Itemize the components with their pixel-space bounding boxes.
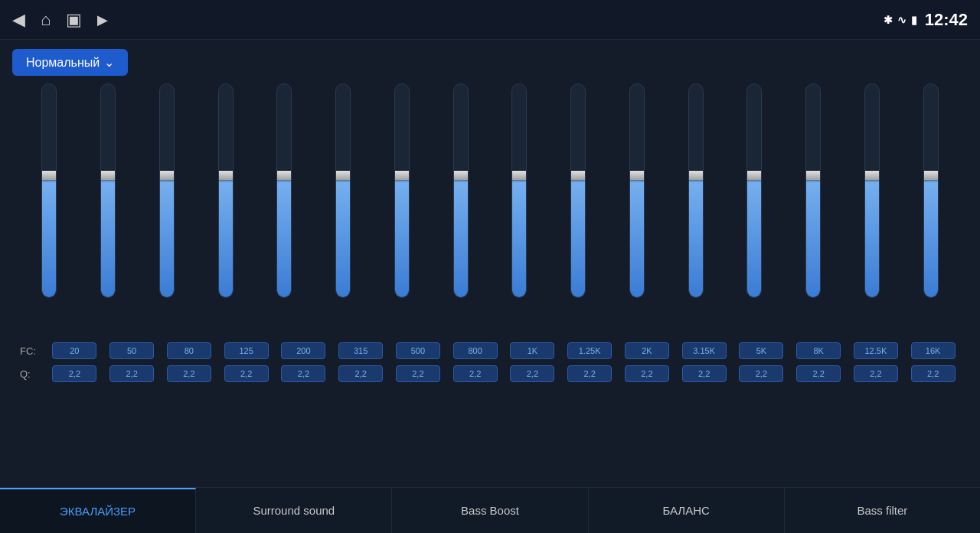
q-btn-1[interactable]: 2,2 [109, 365, 154, 382]
bluetooth-icon: ✱ [884, 14, 893, 26]
q-btn-15[interactable]: 2,2 [911, 365, 956, 382]
slider-fill-10 [630, 174, 644, 297]
slider-track-1[interactable] [100, 83, 116, 298]
slider-track-4[interactable] [276, 83, 292, 298]
preset-label: Нормальный [26, 56, 100, 70]
q-btn-13[interactable]: 2,2 [796, 365, 841, 382]
fc-btn-11[interactable]: 3.15K [682, 342, 727, 359]
slider-track-8[interactable] [511, 83, 527, 298]
tab-bass-boost[interactable]: Bass Boost [392, 488, 588, 533]
slider-thumb-6[interactable] [394, 171, 410, 180]
slider-thumb-12[interactable] [746, 171, 762, 180]
slider-track-7[interactable] [453, 83, 469, 298]
slider-fill-6 [395, 174, 409, 297]
tab-equalizer[interactable]: ЭКВАЛАЙЗЕР [0, 488, 196, 533]
fc-btn-6[interactable]: 500 [396, 342, 440, 359]
fc-btn-5[interactable]: 315 [338, 342, 383, 359]
tab-balance[interactable]: БАЛАНС [589, 488, 785, 533]
fc-btn-2[interactable]: 80 [167, 342, 211, 359]
slider-track-2[interactable] [159, 83, 175, 298]
slider-fill-8 [512, 174, 526, 297]
slider-track-15[interactable] [923, 83, 939, 298]
slider-thumb-1[interactable] [100, 171, 116, 180]
preset-button[interactable]: Нормальный ⌄ [12, 49, 128, 76]
fc-btn-4[interactable]: 200 [281, 342, 325, 359]
slider-thumb-11[interactable] [688, 171, 704, 180]
fc-btn-9[interactable]: 1.25K [567, 342, 612, 359]
slider-thumb-0[interactable] [41, 171, 57, 180]
slider-thumb-13[interactable] [805, 171, 821, 180]
slider-thumb-7[interactable] [453, 171, 469, 180]
fc-btn-8[interactable]: 1K [510, 342, 554, 359]
slider-thumb-3[interactable] [218, 171, 234, 180]
q-btn-5[interactable]: 2,2 [338, 365, 383, 382]
slider-wrapper-12 [746, 83, 762, 336]
slider-track-11[interactable] [688, 83, 704, 298]
slider-track-14[interactable] [864, 83, 880, 298]
q-btn-4[interactable]: 2,2 [281, 365, 325, 382]
slider-track-13[interactable] [805, 83, 821, 298]
slider-thumb-14[interactable] [864, 171, 880, 180]
slider-track-9[interactable] [570, 83, 586, 298]
slider-fill-15 [924, 174, 938, 297]
fc-btn-15[interactable]: 16K [911, 342, 956, 359]
back-icon[interactable]: ◀ [12, 10, 25, 30]
tab-surround[interactable]: Surround sound [196, 488, 392, 533]
fc-btn-7[interactable]: 800 [453, 342, 498, 359]
fc-btn-13[interactable]: 8K [796, 342, 841, 359]
slider-thumb-4[interactable] [276, 171, 292, 180]
slider-thumb-2[interactable] [159, 171, 175, 180]
fc-label: FC: [20, 345, 47, 357]
slider-track-6[interactable] [394, 83, 410, 298]
slider-fill-2 [160, 174, 174, 297]
slider-fill-9 [571, 174, 585, 297]
slider-thumb-10[interactable] [629, 171, 645, 180]
slider-track-10[interactable] [629, 83, 645, 298]
q-values: 2,22,22,22,22,22,22,22,22,22,22,22,22,22… [47, 365, 960, 382]
window-icon[interactable]: ▣ [66, 10, 82, 30]
slider-wrapper-2 [159, 83, 175, 336]
status-right: ✱ ∿ ▮ 12:42 [884, 10, 968, 30]
q-btn-8[interactable]: 2,2 [510, 365, 554, 382]
slider-fill-12 [747, 174, 761, 297]
q-btn-10[interactable]: 2,2 [625, 365, 669, 382]
fc-btn-1[interactable]: 50 [109, 342, 154, 359]
q-btn-7[interactable]: 2,2 [453, 365, 498, 382]
slider-thumb-15[interactable] [923, 171, 939, 180]
slider-wrapper-13 [805, 83, 821, 336]
slider-fill-7 [454, 174, 468, 297]
q-btn-12[interactable]: 2,2 [739, 365, 783, 382]
q-btn-14[interactable]: 2,2 [854, 365, 898, 382]
slider-thumb-8[interactable] [511, 171, 527, 180]
fc-btn-14[interactable]: 12.5K [854, 342, 898, 359]
slider-track-5[interactable] [335, 83, 351, 298]
slider-thumb-9[interactable] [570, 171, 586, 180]
q-btn-9[interactable]: 2,2 [567, 365, 612, 382]
q-btn-2[interactable]: 2,2 [167, 365, 211, 382]
preset-dropdown-icon: ⌄ [104, 55, 114, 70]
clock: 12:42 [925, 10, 968, 30]
play-icon[interactable]: ▶ [97, 11, 108, 28]
bottom-tabs: ЭКВАЛАЙЗЕРSurround soundBass BoostБАЛАНС… [0, 487, 980, 533]
slider-track-0[interactable] [41, 83, 57, 298]
slider-thumb-5[interactable] [335, 171, 351, 180]
home-icon[interactable]: ⌂ [41, 10, 51, 30]
slider-track-12[interactable] [746, 83, 762, 298]
slider-fill-5 [336, 174, 350, 297]
slider-wrapper-0 [41, 83, 57, 336]
q-btn-0[interactable]: 2,2 [52, 365, 96, 382]
q-btn-6[interactable]: 2,2 [396, 365, 440, 382]
slider-fill-14 [865, 174, 879, 297]
slider-wrapper-10 [629, 83, 645, 336]
slider-wrapper-7 [453, 83, 469, 336]
slider-track-3[interactable] [218, 83, 234, 298]
q-btn-3[interactable]: 2,2 [224, 365, 269, 382]
tab-bass-filter[interactable]: Bass filter [785, 488, 980, 533]
fc-btn-3[interactable]: 125 [224, 342, 269, 359]
fc-btn-10[interactable]: 2K [625, 342, 669, 359]
q-btn-11[interactable]: 2,2 [682, 365, 727, 382]
fc-btn-0[interactable]: 20 [52, 342, 96, 359]
slider-fill-11 [689, 174, 703, 297]
slider-wrapper-9 [570, 83, 586, 336]
fc-btn-12[interactable]: 5K [739, 342, 783, 359]
